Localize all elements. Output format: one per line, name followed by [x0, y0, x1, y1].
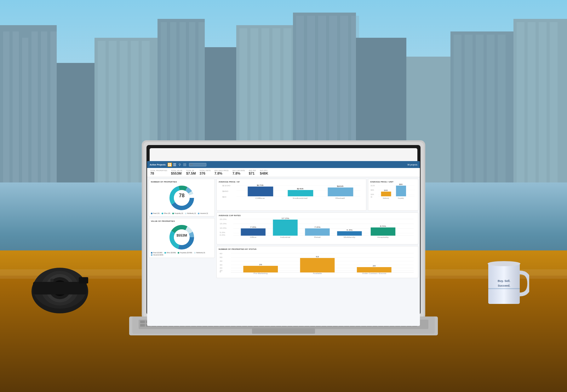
svg-text:Hospitality: Hospitality	[398, 198, 404, 199]
svg-point-181	[179, 164, 180, 165]
number-of-properties-title: NUMBER OF PROPERTIES	[151, 181, 213, 183]
legend-hosp-val: Hospitality ($143M)	[178, 252, 192, 254]
stat-avg-sale-price: AVG SALE PRICE 7.8%	[215, 170, 229, 175]
svg-rect-5	[32, 31, 38, 182]
map-view-icon[interactable]	[178, 163, 182, 167]
left-column: NUMBER OF PROPERTIES	[149, 179, 215, 322]
svg-rect-44	[517, 22, 524, 182]
svg-rect-227	[396, 186, 406, 196]
svg-rect-42	[498, 35, 506, 182]
app-title: Active Projects	[150, 164, 166, 166]
avg-price-sf-card: AVERAGE PRICE / SF $100 $60 $0	[216, 179, 366, 211]
svg-text:Buy. Sell.: Buy. Sell.	[498, 279, 510, 283]
svg-rect-41	[487, 35, 495, 182]
svg-rect-8	[57, 63, 94, 182]
avg-price-sf-title: AVERAGE PRICE / SF	[219, 181, 364, 183]
avg-price-unit-chart: $110K $60K $20K $0 $40K Multifamily	[370, 184, 416, 207]
svg-rect-46	[539, 22, 547, 182]
legend-ind-val: Industrial ($196)	[151, 254, 163, 256]
svg-text:20: 20	[220, 267, 222, 269]
svg-rect-40	[476, 35, 484, 182]
svg-rect-156	[252, 328, 315, 334]
avg-psf-value: $71	[249, 171, 256, 175]
camera-decoration	[25, 254, 94, 316]
properties-legend: Retail (32) Office (28) Hospitality (8)	[151, 213, 213, 214]
svg-rect-10	[98, 41, 106, 182]
total-units-value: 376	[200, 171, 211, 175]
avg-sale-price-value: 7.8%	[215, 171, 229, 175]
svg-text:17.2%: 17.2%	[281, 217, 289, 220]
svg-text:60: 60	[220, 253, 222, 254]
svg-text:$60: $60	[222, 191, 228, 193]
svg-rect-11	[109, 41, 117, 182]
avg-price-unit-title: AVERAGE PRICE / UNIT	[370, 181, 416, 183]
svg-rect-182	[183, 163, 186, 166]
svg-text:0: 0	[220, 271, 221, 272]
list-view-icon[interactable]	[173, 163, 177, 167]
svg-rect-175	[170, 163, 171, 165]
stat-avg-psf: AVG PSF $71	[249, 170, 256, 175]
donut-chart-properties: 78	[151, 184, 213, 212]
properties-by-status-card: NUMBER OF PROPERTIES BY STATUS 60 50 40 …	[216, 246, 418, 278]
svg-text:$0: $0	[222, 196, 226, 198]
properties-by-status-title: NUMBER OF PROPERTIES BY STATUS	[219, 248, 416, 250]
grid-view-icon[interactable]	[168, 163, 172, 167]
legend-industrial: Industrial (3)	[198, 213, 208, 214]
svg-text:78: 78	[179, 193, 185, 198]
svg-rect-249	[337, 231, 362, 236]
total-sf-value: $7.5M	[186, 171, 196, 175]
svg-text:Multifamily: Multifamily	[344, 236, 356, 238]
svg-point-199	[174, 229, 190, 245]
stat-avg-ppu: AVG PPU $48K	[260, 170, 268, 175]
svg-rect-224	[381, 192, 391, 196]
svg-rect-169	[488, 263, 520, 304]
svg-rect-210	[288, 190, 313, 196]
search-input[interactable]	[189, 163, 206, 166]
svg-text:Industrial: Industrial	[293, 198, 307, 199]
svg-text:Pre-Marketing: Pre-Marketing	[254, 273, 267, 274]
svg-text:5.0%: 5.0%	[220, 232, 225, 233]
svg-rect-178	[173, 163, 176, 164]
avg-cap-rates-chart: 20.0% 15.0% 10.0% 5.0% 0.0% 7.6% Offi	[219, 217, 416, 241]
svg-text:7.6%: 7.6%	[314, 226, 321, 228]
svg-text:$553M: $553M	[176, 233, 187, 237]
avg-price-unit-card: AVERAGE PRICE / UNIT $110K $60K $20K $0	[368, 179, 418, 211]
svg-rect-272	[300, 258, 335, 272]
right-column: AVERAGE PRICE / SF $100 $60 $0	[216, 179, 418, 322]
svg-rect-173	[488, 288, 520, 289]
table-view-icon[interactable]	[183, 163, 187, 167]
legend-retail: Retail (32)	[151, 213, 160, 214]
svg-rect-213	[328, 188, 353, 196]
legend-office: Office (28)	[162, 213, 170, 214]
svg-point-170	[488, 261, 520, 266]
value-of-properties-title: VALUE OF PROPERTIES	[151, 220, 213, 222]
svg-text:20.0%: 20.0%	[220, 218, 226, 220]
number-of-properties-card: NUMBER OF PROPERTIES	[149, 179, 215, 216]
svg-rect-3	[13, 31, 19, 182]
svg-text:10.0%: 10.0%	[220, 227, 226, 229]
project-count: 98 projects	[407, 164, 417, 166]
svg-rect-240	[241, 228, 266, 236]
svg-text:$110K: $110K	[371, 185, 375, 187]
svg-rect-269	[243, 266, 278, 272]
svg-rect-207	[248, 187, 273, 196]
svg-rect-176	[168, 165, 169, 166]
legend-hospitality: Hospitality (8)	[172, 213, 183, 214]
svg-rect-252	[371, 227, 395, 236]
svg-rect-58	[140, 321, 145, 323]
svg-rect-166	[79, 277, 88, 283]
svg-text:Multifamily: Multifamily	[383, 198, 389, 199]
svg-text:$40K: $40K	[384, 189, 388, 191]
svg-text:$60K: $60K	[371, 189, 374, 191]
svg-text:40: 40	[220, 260, 222, 262]
svg-text:$48: $48	[297, 188, 303, 190]
value-legend: Retail ($136M) Office ($169M) Hospitalit…	[151, 252, 213, 256]
svg-rect-246	[305, 228, 329, 236]
svg-rect-2	[3, 31, 9, 182]
stats-row: TOTAL PROPERTIES 78 TOTAL VALUE $553M TO…	[147, 168, 420, 177]
avg-cap-rates-card: AVERAGE CAP RATES 20.0% 15.0% 10.0% 5.0%…	[216, 212, 418, 244]
svg-rect-165	[33, 282, 87, 294]
avg-price-sf-chart: $100 $60 $0 $78 Office	[219, 184, 364, 207]
legend-multi-val: Multifamily (8)	[194, 252, 205, 254]
svg-rect-47	[550, 22, 558, 182]
